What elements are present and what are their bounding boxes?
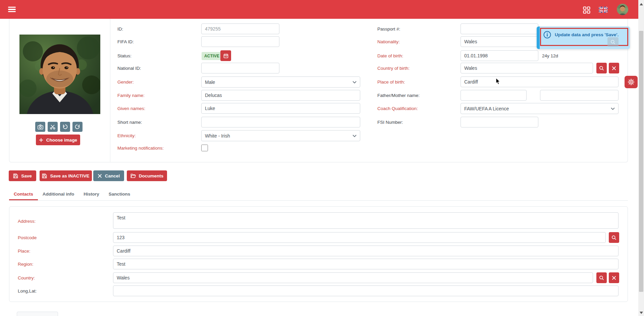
folder-icon <box>130 173 136 178</box>
chevron-down-icon <box>353 135 357 137</box>
rotate-left-icon[interactable] <box>60 122 70 132</box>
ethnicity-label: Ethnicity: <box>117 133 136 138</box>
coach-qualification-label: Coach Qualification: <box>377 106 418 111</box>
postcode-label: Postcode <box>18 235 37 240</box>
save-icon <box>42 173 47 178</box>
ethnicity-select[interactable]: White - Irish <box>201 130 360 141</box>
father-name-field[interactable] <box>461 90 527 101</box>
passport-field[interactable] <box>461 23 538 34</box>
fsi-number-field[interactable] <box>461 117 538 127</box>
status-badge: ACTIVE <box>202 52 222 60</box>
age-text: 24y 12d <box>542 53 558 58</box>
cancel-button[interactable]: Cancel <box>93 170 124 181</box>
date-of-birth-label: Date of birth: <box>377 53 403 58</box>
tooltip-text: Update data and press 'Save'. <box>555 32 619 37</box>
date-of-birth-field[interactable] <box>461 50 538 61</box>
avatar[interactable] <box>617 4 628 15</box>
country-of-birth-field[interactable] <box>461 63 593 73</box>
national-id-field[interactable] <box>201 63 279 73</box>
tab-sanctions[interactable]: Sanctions <box>104 190 135 200</box>
coach-qualification-select[interactable]: FAW/UEFA A Licence <box>461 103 619 114</box>
mouse-cursor <box>496 78 500 85</box>
chevron-down-icon <box>353 81 357 84</box>
rotate-right-icon[interactable] <box>72 122 83 132</box>
marketing-notifications-checkbox[interactable] <box>201 145 208 151</box>
given-names-field[interactable] <box>201 103 360 114</box>
mother-name-field[interactable] <box>540 90 619 101</box>
save-icon <box>13 173 18 178</box>
ethnicity-value: White - Irish <box>205 133 230 139</box>
uk-flag-icon[interactable] <box>599 7 608 13</box>
country-of-birth-clear-icon[interactable] <box>609 63 619 73</box>
gender-label: Gender: <box>117 80 134 85</box>
tab-contacts[interactable]: Contacts <box>9 190 38 200</box>
coach-qualification-value: FAW/UEFA A Licence <box>464 106 509 111</box>
save-as-inactive-label: Save as INACTIVE <box>50 173 89 178</box>
save-button[interactable]: Save <box>9 170 36 181</box>
place-of-birth-field[interactable] <box>461 76 619 87</box>
choose-image-label: Choose image <box>46 138 77 143</box>
longlat-field[interactable] <box>113 285 619 296</box>
given-names-label: Given names: <box>117 106 145 111</box>
country-of-birth-label: Country of birth: <box>377 66 410 71</box>
save-as-inactive-button[interactable]: Save as INACTIVE <box>40 170 92 181</box>
passport-label: Passport #: <box>377 27 400 32</box>
tab-bar: Contacts Additional info History Sanctio… <box>9 190 628 201</box>
father-mother-name-label: Father/Mother name: <box>377 93 420 98</box>
scroll-up-icon[interactable] <box>640 3 643 5</box>
postcode-field[interactable] <box>113 232 606 243</box>
id-field[interactable] <box>201 23 279 34</box>
scroll-down-icon[interactable] <box>640 312 643 314</box>
documents-button[interactable]: Documents <box>127 170 167 181</box>
postcode-search-icon[interactable] <box>609 232 619 243</box>
country-of-birth-search-icon[interactable] <box>596 63 607 73</box>
photo-form-divider <box>110 19 110 162</box>
close-icon <box>98 174 102 178</box>
screen: Choose image ID: FIFA ID: Status: ACTIVE… <box>0 0 644 316</box>
place-label: Place: <box>18 249 31 254</box>
save-hint-tooltip: Update data and press 'Save'. <box>537 27 630 49</box>
country-search-icon[interactable] <box>596 272 607 283</box>
camera-icon[interactable] <box>35 122 45 132</box>
fsi-number-label: FSI Number: <box>377 120 403 125</box>
status-history-calendar-icon[interactable] <box>220 50 231 61</box>
choose-image-button[interactable]: Choose image <box>36 135 80 145</box>
country-clear-icon[interactable] <box>609 272 619 283</box>
short-name-field[interactable] <box>201 117 360 127</box>
info-icon <box>543 31 551 39</box>
marketing-notifications-label: Marketing notifications: <box>117 146 164 151</box>
id-label: ID: <box>117 27 123 32</box>
documents-label: Documents <box>139 173 164 178</box>
short-name-label: Short name: <box>117 120 142 125</box>
scrollbar-thumb[interactable] <box>639 31 643 292</box>
profile-photo <box>19 35 100 114</box>
address-label: Address: <box>18 219 36 224</box>
save-label: Save <box>21 173 32 178</box>
longlat-label: Long,Lat: <box>18 288 37 294</box>
country-label: Country: <box>18 275 35 280</box>
chevron-down-icon <box>611 107 615 110</box>
family-name-label: Family name: <box>117 93 145 98</box>
gender-select[interactable]: Male <box>201 76 360 88</box>
grid-icon[interactable] <box>583 6 590 14</box>
app-header <box>0 0 638 19</box>
address-field[interactable]: Test <box>113 212 619 229</box>
scrollbar[interactable] <box>638 0 644 316</box>
nationality-field[interactable] <box>461 36 538 47</box>
scissors-icon[interactable] <box>48 122 58 132</box>
fifa-id-field[interactable] <box>201 36 279 47</box>
gear-icon[interactable] <box>625 76 638 88</box>
partially-visible-button[interactable] <box>17 312 58 316</box>
nationality-label: Nationality: <box>377 39 400 44</box>
menu-icon[interactable] <box>8 5 18 14</box>
tab-history[interactable]: History <box>79 190 104 200</box>
nationality-search-icon[interactable] <box>607 37 619 47</box>
family-name-field[interactable] <box>201 90 360 101</box>
tab-additional-info[interactable]: Additional info <box>38 190 79 200</box>
place-field[interactable] <box>113 246 619 256</box>
country-field[interactable] <box>113 272 593 283</box>
region-field[interactable] <box>113 259 619 269</box>
status-label: Status: <box>117 53 131 58</box>
place-of-birth-label: Place of birth: <box>377 80 405 85</box>
plus-icon <box>39 138 43 142</box>
